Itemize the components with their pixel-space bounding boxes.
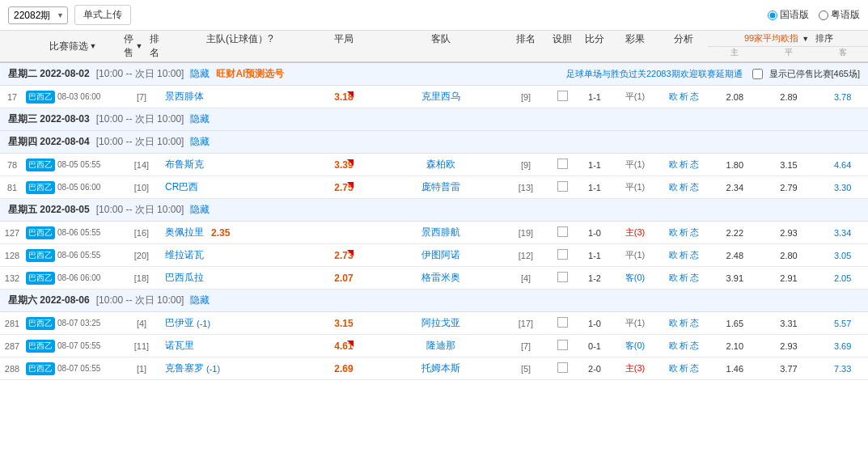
analyze-link-2[interactable]: 态 — [690, 340, 699, 352]
analyze-link-1[interactable]: 析 — [680, 181, 688, 193]
analyze-link-0[interactable]: 欧 — [669, 272, 678, 284]
analyze-link-0[interactable]: 欧 — [669, 362, 678, 374]
match-date: 08-06 06:00 — [57, 273, 100, 282]
home-team-name[interactable]: 巴西瓜拉 — [165, 271, 204, 285]
analyze-link-2[interactable]: 态 — [690, 181, 699, 193]
analyze-link-0[interactable]: 欧 — [669, 340, 678, 352]
home-team-cell: 巴伊亚 (-1) — [162, 316, 311, 330]
away-team-name[interactable]: 阿拉戈亚 — [376, 316, 506, 330]
home-odds: 2.35 — [211, 227, 230, 239]
period-select-wrapper[interactable]: 22082期 — [8, 6, 68, 24]
analyze-link-2[interactable]: 态 — [690, 91, 699, 103]
analyze-link-2[interactable]: 态 — [690, 249, 699, 261]
analyze-link-0[interactable]: 欧 — [669, 249, 678, 261]
analyze-link-0[interactable]: 欧 — [669, 91, 678, 103]
analyze-link-1[interactable]: 析 — [680, 226, 688, 239]
hdr-away-rank: 排名 — [506, 31, 546, 61]
analyze-link-2[interactable]: 态 — [690, 362, 699, 374]
analyze-link-0[interactable]: 欧 — [669, 159, 678, 171]
handicap-checkbox[interactable] — [557, 317, 568, 328]
section-date-0: 星期二 2022-08-02 — [8, 67, 90, 81]
away-team-name[interactable]: 托姆本斯 — [376, 362, 506, 375]
analyze-link-0[interactable]: 欧 — [669, 317, 678, 329]
home-team-name[interactable]: CR巴西 — [165, 180, 198, 194]
home-team-name[interactable]: 奥佩拉里 — [165, 226, 204, 239]
hdr-filter[interactable]: 比赛筛选 ▼ — [24, 31, 121, 61]
away-team-name[interactable]: 隆迪那 — [376, 339, 506, 353]
checkbox-cell[interactable] — [546, 249, 578, 262]
away-team-name[interactable]: 克里西乌 — [376, 90, 506, 104]
away-team-name[interactable]: 景西腓航 — [376, 226, 506, 239]
checkbox-cell[interactable] — [546, 272, 578, 285]
handicap-checkbox[interactable] — [557, 362, 568, 373]
home-team-cell: 景西腓体 — [162, 90, 311, 104]
section-hide-4[interactable]: 隐藏 — [190, 294, 210, 307]
away-team-name[interactable]: 伊图阿诺 — [376, 248, 506, 262]
home-team-name[interactable]: 诺瓦里 — [165, 339, 194, 353]
checkbox-cell[interactable] — [546, 317, 578, 330]
home-team-name[interactable]: 布鲁斯克 — [165, 158, 204, 171]
away-team-name[interactable]: 格雷米奥 — [376, 271, 506, 285]
handicap-checkbox[interactable] — [557, 181, 568, 192]
lang-guoyu-label: 国语版 — [780, 8, 809, 22]
home-team-name[interactable]: 景西腓体 — [165, 90, 204, 104]
analyze-link-1[interactable]: 析 — [680, 272, 688, 284]
checkbox-cell[interactable] — [546, 362, 578, 375]
home-team-cell: 布鲁斯克 — [162, 158, 311, 171]
analyze-link-1[interactable]: 析 — [680, 249, 688, 261]
checkbox-cell[interactable] — [546, 226, 578, 239]
row-league-date: 巴西乙 08-06 05:55 — [24, 226, 121, 239]
checkbox-cell[interactable] — [546, 340, 578, 353]
section-promo-0[interactable]: 旺财AI预测选号 — [216, 67, 284, 81]
handicap-checkbox[interactable] — [557, 249, 568, 260]
analyze-link-1[interactable]: 析 — [680, 362, 688, 374]
handicap-checkbox[interactable] — [557, 159, 568, 169]
analyze-link-2[interactable]: 态 — [690, 226, 699, 239]
section-hide-0[interactable]: 隐藏 — [190, 67, 210, 81]
hdr-stop[interactable]: 停售 ▼ 排名 — [121, 31, 162, 61]
section-hide-3[interactable]: 隐藏 — [190, 203, 210, 217]
away-team-name[interactable]: 森柏欧 — [376, 158, 506, 171]
section-hide-2[interactable]: 隐藏 — [190, 135, 210, 149]
row-num: 78 — [0, 160, 24, 170]
analyze-link-2[interactable]: 态 — [690, 159, 699, 171]
analyze-link-1[interactable]: 析 — [680, 91, 688, 103]
analyze-link-2[interactable]: 态 — [690, 272, 699, 284]
analyze-link-1[interactable]: 析 — [680, 340, 688, 352]
hdr-blank — [0, 31, 24, 61]
lang-guoyu[interactable]: 国语版 — [768, 8, 809, 22]
section-date-2: 星期四 2022-08-04 — [8, 135, 90, 149]
handicap-checkbox[interactable] — [557, 226, 568, 237]
analyze-link-1[interactable]: 析 — [680, 159, 688, 171]
show-sold-check-0[interactable] — [752, 69, 763, 79]
upload-button[interactable]: 单式上传 — [74, 5, 131, 25]
analyze-link-1[interactable]: 析 — [680, 317, 688, 329]
checkbox-cell[interactable] — [546, 159, 578, 171]
checkbox-cell[interactable] — [546, 181, 578, 194]
handicap-checkbox[interactable] — [557, 340, 568, 350]
hdr-odds-down[interactable]: ▼ — [802, 35, 809, 43]
filter-down-icon[interactable]: ▼ — [90, 42, 97, 50]
home-team-name[interactable]: 维拉诺瓦 — [165, 248, 204, 262]
odds-h: 2.10 — [708, 341, 762, 351]
analyze-cell: 欧 析 态 — [659, 362, 708, 374]
league-badge: 巴西乙 — [26, 226, 55, 239]
result-cell: 平(1) — [611, 159, 659, 171]
handicap-checkbox[interactable] — [557, 272, 568, 282]
odds-group: 1.80 3.15 4.64 — [708, 160, 868, 170]
analyze-link-0[interactable]: 欧 — [669, 181, 678, 193]
handicap-checkbox[interactable] — [557, 91, 568, 101]
section-hide-1[interactable]: 隐藏 — [190, 112, 210, 126]
lang-yueyu[interactable]: 粤语版 — [819, 8, 860, 22]
home-team-name[interactable]: 巴伊亚 — [165, 316, 194, 330]
score-cell: 1-1 — [578, 160, 611, 170]
checkbox-cell[interactable] — [546, 91, 578, 104]
home-team-name[interactable]: 克鲁塞罗 — [165, 362, 204, 375]
analyze-link-2[interactable]: 态 — [690, 317, 699, 329]
away-team-name[interactable]: 庞特普雷 — [376, 180, 506, 194]
odds-h: 2.34 — [708, 183, 762, 192]
analyze-link-0[interactable]: 欧 — [669, 226, 678, 239]
period-select[interactable]: 22082期 — [8, 6, 68, 24]
odds-a: 3.78 — [815, 92, 868, 102]
section-date-4: 星期六 2022-08-06 — [8, 294, 90, 307]
